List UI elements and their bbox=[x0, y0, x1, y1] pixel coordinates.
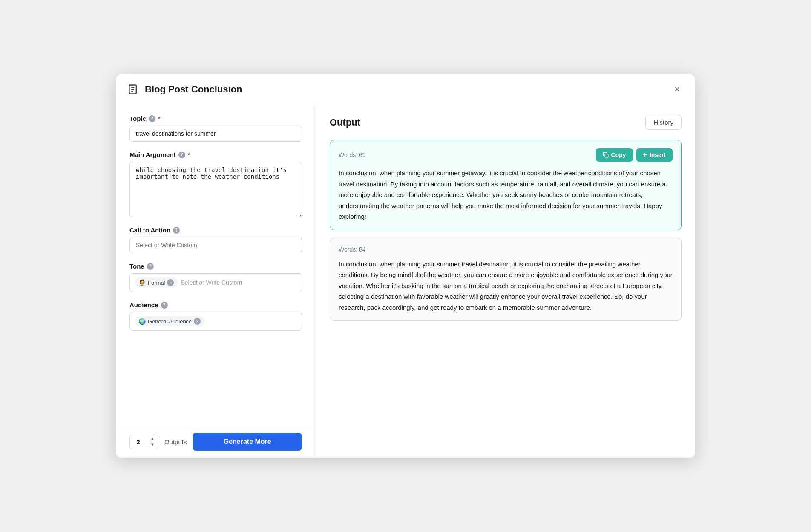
right-panel: Output History Words: 69 Copy bbox=[316, 103, 695, 458]
audience-input[interactable]: 🌍 General Audience × bbox=[129, 312, 302, 331]
topic-field-group: Topic ? * bbox=[129, 115, 302, 142]
stepper-arrows: ▲ ▼ bbox=[147, 436, 158, 448]
tone-help-icon[interactable]: ? bbox=[147, 263, 154, 270]
history-button[interactable]: History bbox=[645, 115, 682, 130]
topic-help-icon[interactable]: ? bbox=[149, 115, 155, 122]
main-argument-help-icon[interactable]: ? bbox=[178, 152, 185, 158]
outputs-value: 2 bbox=[130, 435, 147, 449]
topic-input[interactable] bbox=[129, 126, 302, 142]
close-button[interactable]: × bbox=[671, 82, 683, 97]
output-header: Output History bbox=[330, 115, 682, 130]
main-argument-field-group: Main Argument ? * while choosing the tra… bbox=[129, 151, 302, 217]
outputs-stepper[interactable]: 2 ▲ ▼ bbox=[129, 435, 158, 449]
tone-field-group: Tone ? 🧑‍💼 Formal × Select or Write Cust… bbox=[129, 263, 302, 292]
modal-header: Blog Post Conclusion × bbox=[116, 74, 695, 103]
tone-tag-label: Formal bbox=[148, 280, 165, 286]
card-1-top: Words: 69 Copy + Insert bbox=[339, 148, 673, 162]
card-1-word-count: Words: 69 bbox=[339, 152, 366, 158]
tone-label: Tone ? bbox=[129, 263, 302, 270]
card-2-top: Words: 84 bbox=[339, 246, 673, 253]
card-2-word-count: Words: 84 bbox=[339, 246, 366, 253]
copy-button[interactable]: Copy bbox=[596, 148, 633, 162]
outputs-label: Outputs bbox=[164, 438, 187, 446]
call-to-action-label: Call to Action ? bbox=[129, 226, 302, 234]
left-wrapper: Topic ? * Main Argument ? * while choosi… bbox=[116, 103, 316, 458]
stepper-up-button[interactable]: ▲ bbox=[147, 436, 158, 442]
card-2-text: In conclusion, when planning your summer… bbox=[339, 259, 673, 313]
tone-tag-emoji: 🧑‍💼 bbox=[138, 279, 146, 286]
audience-label: Audience ? bbox=[129, 301, 302, 309]
card-1-actions: Copy + Insert bbox=[596, 148, 673, 162]
audience-help-icon[interactable]: ? bbox=[161, 302, 168, 309]
output-card-2: Words: 84 In conclusion, when planning y… bbox=[330, 238, 682, 321]
topic-label: Topic ? * bbox=[129, 115, 302, 122]
audience-tag-emoji: 🌍 bbox=[138, 318, 146, 325]
copy-icon bbox=[603, 152, 609, 158]
audience-field-group: Audience ? 🌍 General Audience × bbox=[129, 301, 302, 331]
generate-more-button[interactable]: Generate More bbox=[193, 433, 302, 451]
main-argument-input[interactable]: while choosing the travel destination it… bbox=[129, 162, 302, 217]
output-title: Output bbox=[330, 117, 360, 128]
document-icon bbox=[128, 83, 140, 95]
tone-tag-formal: 🧑‍💼 Formal × bbox=[135, 277, 178, 288]
card-1-text: In conclusion, when planning your summer… bbox=[339, 168, 673, 222]
audience-tag-general: 🌍 General Audience × bbox=[135, 316, 205, 326]
tone-placeholder: Select or Write Custom bbox=[181, 279, 242, 286]
insert-button[interactable]: + Insert bbox=[636, 148, 673, 162]
insert-plus-icon: + bbox=[643, 151, 647, 159]
tone-input[interactable]: 🧑‍💼 Formal × Select or Write Custom bbox=[129, 273, 302, 292]
left-panel: Topic ? * Main Argument ? * while choosi… bbox=[116, 103, 316, 426]
main-argument-label: Main Argument ? * bbox=[129, 151, 302, 158]
audience-tag-remove-button[interactable]: × bbox=[194, 318, 201, 325]
output-card-1: Words: 69 Copy + Insert bbox=[330, 140, 682, 230]
modal-body: Topic ? * Main Argument ? * while choosi… bbox=[116, 103, 695, 458]
modal-container: Blog Post Conclusion × Topic ? * bbox=[116, 74, 695, 458]
call-to-action-help-icon[interactable]: ? bbox=[173, 227, 180, 234]
svg-rect-4 bbox=[605, 154, 608, 157]
bottom-bar: 2 ▲ ▼ Outputs Generate More bbox=[116, 426, 316, 458]
call-to-action-input[interactable] bbox=[129, 237, 302, 253]
audience-tag-label: General Audience bbox=[148, 318, 192, 325]
modal-title: Blog Post Conclusion bbox=[145, 84, 242, 95]
stepper-down-button[interactable]: ▼ bbox=[147, 442, 158, 448]
modal-title-area: Blog Post Conclusion bbox=[128, 83, 242, 95]
call-to-action-field-group: Call to Action ? bbox=[129, 226, 302, 253]
tone-tag-remove-button[interactable]: × bbox=[167, 279, 174, 286]
